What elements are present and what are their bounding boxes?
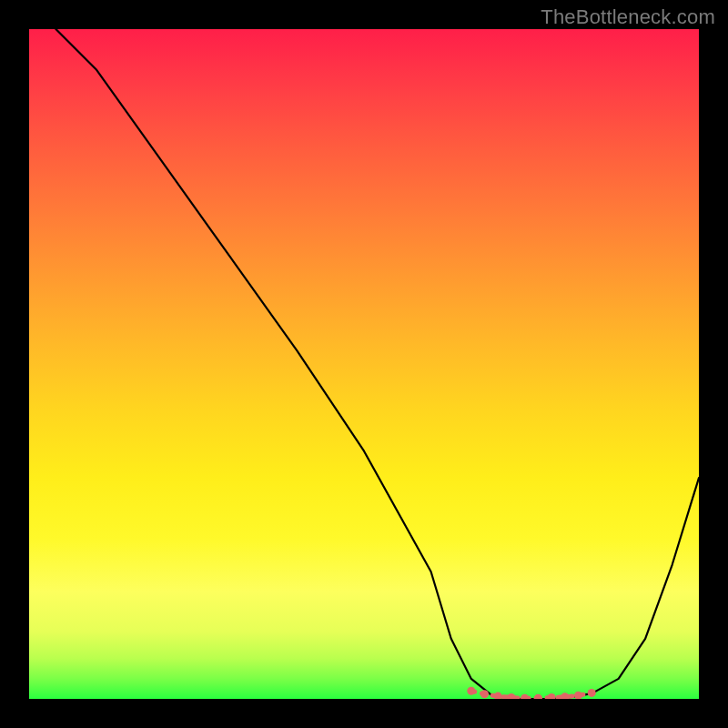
marker-dot [588,689,596,697]
marker-dot [574,692,582,699]
marker-dot [494,693,502,699]
optimal-band-markers [467,687,595,699]
watermark-text: TheBottleneck.com [541,5,715,29]
marker-dot [534,694,542,699]
marker-dot [521,694,529,699]
marker-dot [561,693,569,699]
bottleneck-curve-path [56,29,699,699]
marker-dot [548,693,556,699]
chart-svg [29,29,699,699]
marker-dot [507,693,515,699]
marker-dot [467,687,475,695]
plot-area [29,29,699,699]
marker-dot [480,690,489,698]
